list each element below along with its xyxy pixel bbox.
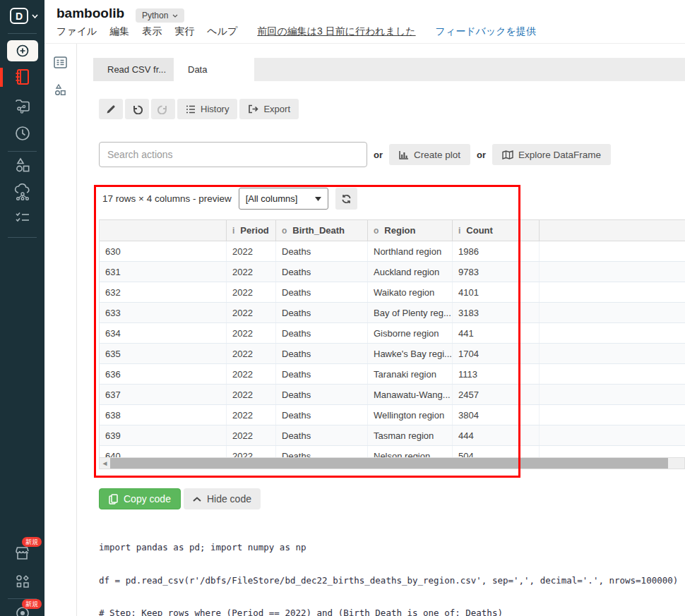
column-header-label: Period <box>240 225 268 236</box>
redo-button[interactable] <box>151 99 175 119</box>
dtype-int-icon: i <box>232 226 234 236</box>
shape-summary: 17 rows × 4 columns - preview <box>102 193 232 204</box>
tab-read-csv[interactable]: Read CSV fr... <box>93 58 174 81</box>
table-row: 6302022DeathsNorthland region1986 <box>100 241 685 262</box>
menu-run[interactable]: 実行 <box>174 25 194 38</box>
notebook-menubar: ファイル 編集 表示 実行 ヘルプ 前回の編集は3 日前に行われました フィード… <box>56 25 536 38</box>
new-badge: 新規 <box>22 537 42 547</box>
sidebar-item-marketplace[interactable] <box>0 545 44 562</box>
menu-file[interactable]: ファイル <box>56 25 97 38</box>
sidebar-item-recents[interactable] <box>0 125 44 142</box>
column-header-count[interactable]: iCount <box>453 220 540 241</box>
table-row: 6322022DeathsWaikato region4101 <box>100 282 685 303</box>
table-row: 6342022DeathsGisborne region441 <box>100 323 685 344</box>
dataframe-preview-table: iPeriod oBirth_Death oRegion iCount 6302… <box>99 219 685 458</box>
dtype-int-icon: i <box>458 226 460 236</box>
storefront-icon <box>13 545 31 562</box>
kernel-selector[interactable]: Python <box>136 8 184 23</box>
create-plot-label: Create plot <box>414 150 460 160</box>
clipboard-icon <box>109 494 118 505</box>
sidebar-item-compute[interactable] <box>0 183 44 201</box>
map-icon <box>502 150 513 159</box>
table-row: 6362022DeathsTaranaki region1113 <box>100 364 685 385</box>
new-badge: 新規 <box>22 599 42 609</box>
sidebar-item-workflows[interactable] <box>0 97 44 114</box>
scrollbar-thumb[interactable] <box>110 458 668 469</box>
sidebar-item-partner-connect[interactable] <box>0 573 44 590</box>
databricks-logo[interactable]: D <box>10 8 38 24</box>
caret-down-icon <box>315 197 321 201</box>
shapes-icon <box>14 157 31 174</box>
tab-data[interactable]: Data <box>174 58 254 81</box>
undo-button[interactable] <box>125 99 149 119</box>
export-button[interactable]: Export <box>239 99 299 119</box>
column-header-region[interactable]: oRegion <box>368 220 453 241</box>
sidebar-divider <box>8 33 37 34</box>
explore-dataframe-button[interactable]: Explore DataFrame <box>492 144 611 165</box>
redo-icon <box>157 104 169 114</box>
index-column-header[interactable] <box>100 220 227 241</box>
menu-help[interactable]: ヘルプ <box>207 25 237 38</box>
table-row-partial: 6402022DeathsNelson region504 <box>100 446 685 458</box>
bamboolib-tabstrip: Read CSV fr... Data <box>93 58 685 81</box>
export-label: Export <box>263 104 290 114</box>
or-text: or <box>477 150 486 160</box>
dtype-object-icon: o <box>374 226 379 236</box>
sidebar-item-workspace[interactable] <box>0 68 44 86</box>
create-plot-button[interactable]: Create plot <box>389 144 470 165</box>
search-input[interactable] <box>99 142 367 167</box>
cloud-network-icon <box>13 183 32 201</box>
code-line: # Step: Keep rows where (Period == 2022)… <box>99 608 684 616</box>
sidebar-item-catalog[interactable] <box>0 157 44 174</box>
last-edited-link[interactable]: 前回の編集は3 日前に行われました <box>257 25 415 38</box>
column-header-birth-death[interactable]: oBirth_Death <box>276 220 368 241</box>
partner-shapes-icon <box>14 573 31 590</box>
clock-icon <box>14 125 31 142</box>
schema-browser-icon[interactable] <box>54 83 67 99</box>
column-header-label: Region <box>384 225 415 236</box>
pencil-icon <box>106 104 116 114</box>
menu-view[interactable]: 表示 <box>142 25 162 38</box>
sidebar-divider <box>8 151 37 152</box>
bar-chart-icon <box>399 150 409 159</box>
bamboolib-toolbar: History Export <box>99 99 299 119</box>
plus-circle-icon <box>16 44 30 58</box>
preview-bar: 17 rows × 4 columns - preview [All colum… <box>102 188 357 210</box>
logo-letter: D <box>10 8 28 24</box>
explore-dataframe-label: Explore DataFrame <box>518 150 601 160</box>
copy-code-button[interactable]: Copy code <box>99 488 181 509</box>
chevron-down-icon <box>172 14 178 18</box>
column-header-filler <box>540 220 685 241</box>
menu-edit[interactable]: 編集 <box>109 25 129 38</box>
history-label: History <box>201 104 229 114</box>
table-of-contents-icon[interactable] <box>54 56 67 71</box>
folder-branch-icon <box>14 97 31 114</box>
chevron-up-icon <box>193 497 201 502</box>
edit-button[interactable] <box>99 99 123 119</box>
notebook-gutter <box>44 44 77 616</box>
table-header-row: iPeriod oBirth_Death oRegion iCount <box>100 220 685 241</box>
export-icon <box>248 104 258 114</box>
table-horizontal-scrollbar[interactable]: ◄ <box>99 457 685 469</box>
feedback-link[interactable]: フィードバックを提供 <box>436 25 536 38</box>
hide-code-button[interactable]: Hide code <box>184 488 261 509</box>
sidebar-item-jobs[interactable] <box>0 210 44 226</box>
new-button[interactable] <box>7 40 38 61</box>
scroll-left-arrow[interactable]: ◄ <box>100 459 110 467</box>
or-text: or <box>374 150 383 160</box>
table-row: 6352022DeathsHawke's Bay regi...1704 <box>100 344 685 364</box>
checklist-icon <box>14 210 31 226</box>
notebook-title[interactable]: bamboolib <box>56 6 124 21</box>
table-row: 6382022DeathsWellington region3804 <box>100 405 685 425</box>
column-filter-select[interactable]: [All columns] <box>239 188 328 210</box>
table-row: 6372022DeathsManawatu-Wang...2457 <box>100 385 685 405</box>
history-button[interactable]: History <box>177 99 237 119</box>
dtype-object-icon: o <box>282 226 287 236</box>
hide-code-label: Hide code <box>207 493 251 505</box>
refresh-button[interactable] <box>335 188 357 210</box>
column-header-period[interactable]: iPeriod <box>227 220 276 241</box>
tab-data-label: Data <box>188 64 207 75</box>
sidebar-divider <box>8 237 37 238</box>
column-filter-value: [All columns] <box>246 193 298 204</box>
code-buttons: Copy code Hide code <box>99 488 261 509</box>
